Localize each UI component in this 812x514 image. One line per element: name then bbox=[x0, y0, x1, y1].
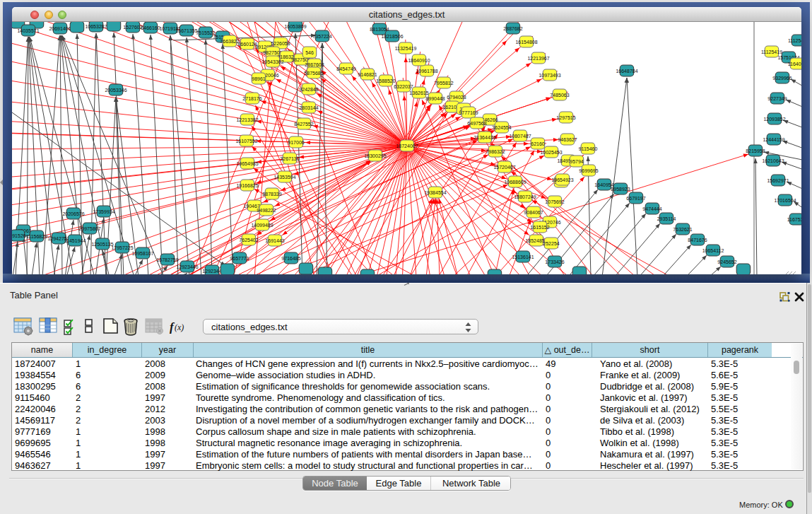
svg-text:8471676: 8471676 bbox=[688, 238, 707, 243]
svg-text:9474444: 9474444 bbox=[642, 206, 661, 211]
svg-text:8454749: 8454749 bbox=[336, 66, 355, 71]
svg-text:9657771: 9657771 bbox=[230, 256, 249, 261]
svg-text:9242848: 9242848 bbox=[299, 87, 318, 92]
svg-text:6322037: 6322037 bbox=[394, 84, 413, 89]
svg-text:1167533: 1167533 bbox=[787, 217, 801, 222]
svg-text:5875685: 5875685 bbox=[304, 71, 323, 76]
svg-text:7357224: 7357224 bbox=[312, 34, 331, 39]
svg-text:8215958: 8215958 bbox=[746, 148, 765, 153]
svg-text:1362615: 1362615 bbox=[409, 90, 428, 95]
svg-text:10688609: 10688609 bbox=[504, 180, 526, 185]
svg-text:12213382: 12213382 bbox=[236, 117, 258, 122]
svg-text:16053809: 16053809 bbox=[284, 24, 306, 29]
svg-text:546: 546 bbox=[305, 50, 314, 55]
svg-text:5226058: 5226058 bbox=[271, 41, 290, 46]
svg-text:10807487: 10807487 bbox=[509, 134, 531, 139]
svg-text:7955812: 7955812 bbox=[434, 81, 453, 86]
svg-text:62160: 62160 bbox=[531, 141, 545, 146]
svg-text:9716485: 9716485 bbox=[281, 256, 300, 261]
svg-text:15720407: 15720407 bbox=[493, 165, 515, 170]
svg-text:12213967: 12213967 bbox=[527, 56, 549, 61]
svg-text:18807249: 18807249 bbox=[514, 194, 536, 199]
svg-text:18218506: 18218506 bbox=[381, 34, 403, 39]
svg-text:10973493: 10973493 bbox=[539, 73, 560, 78]
svg-text:16154808: 16154808 bbox=[515, 40, 537, 45]
svg-text:1527602: 1527602 bbox=[123, 25, 142, 30]
svg-text:3624554: 3624554 bbox=[492, 125, 511, 130]
svg-text:9245652: 9245652 bbox=[717, 259, 736, 264]
svg-text:9498222: 9498222 bbox=[257, 208, 276, 213]
svg-text:9329966: 9329966 bbox=[772, 76, 792, 81]
svg-text:8660124: 8660124 bbox=[237, 42, 257, 47]
svg-text:15136141: 15136141 bbox=[512, 255, 534, 259]
svg-text:10958107: 10958107 bbox=[131, 251, 153, 256]
svg-text:20206576: 20206576 bbox=[62, 211, 84, 216]
svg-text:6679197: 6679197 bbox=[626, 196, 645, 201]
svg-text:2803144: 2803144 bbox=[299, 105, 318, 110]
svg-text:16782759: 16782759 bbox=[156, 257, 178, 262]
svg-text:8813054: 8813054 bbox=[370, 27, 389, 32]
svg-text:98961: 98961 bbox=[252, 76, 266, 81]
svg-text:7632621: 7632621 bbox=[673, 227, 692, 232]
svg-text:12093852: 12093852 bbox=[763, 117, 785, 122]
svg-text:3267130: 3267130 bbox=[280, 156, 299, 161]
svg-text:391526: 391526 bbox=[12, 233, 26, 238]
svg-text:1297515: 1297515 bbox=[556, 115, 575, 120]
svg-text:10653287: 10653287 bbox=[85, 24, 107, 29]
svg-text:16671355: 16671355 bbox=[175, 28, 197, 33]
svg-text:18300295: 18300295 bbox=[364, 153, 386, 158]
svg-text:1164094: 1164094 bbox=[788, 62, 801, 66]
svg-text:1615152: 1615152 bbox=[530, 225, 549, 230]
svg-text:8427552: 8427552 bbox=[294, 122, 313, 127]
svg-text:9699695: 9699695 bbox=[579, 168, 598, 173]
svg-text:20975867: 20975867 bbox=[78, 226, 100, 231]
svg-text:20691406: 20691406 bbox=[49, 26, 71, 31]
svg-text:2718176: 2718176 bbox=[242, 96, 261, 101]
svg-text:6466160: 6466160 bbox=[141, 25, 160, 30]
svg-text:9084067: 9084067 bbox=[524, 210, 543, 215]
svg-text:(x): (x) bbox=[175, 322, 184, 332]
svg-text:1733426: 1733426 bbox=[545, 259, 564, 264]
svg-text:20053346: 20053346 bbox=[105, 88, 126, 93]
svg-text:11125419: 11125419 bbox=[761, 49, 782, 54]
svg-text:2935114: 2935114 bbox=[657, 216, 676, 221]
svg-text:19384554: 19384554 bbox=[424, 190, 446, 195]
svg-text:16107552: 16107552 bbox=[235, 139, 257, 144]
svg-text:917006: 917006 bbox=[288, 140, 304, 145]
svg-text:21364436: 21364436 bbox=[473, 135, 495, 140]
svg-text:7485063: 7485063 bbox=[550, 93, 569, 98]
svg-text:7625402: 7625402 bbox=[239, 238, 258, 243]
svg-text:19654985: 19654985 bbox=[236, 161, 258, 166]
svg-text:11125419: 11125419 bbox=[788, 38, 801, 43]
svg-text:1588520: 1588520 bbox=[376, 78, 395, 83]
svg-text:16210643: 16210643 bbox=[762, 158, 784, 163]
svg-text:6497568: 6497568 bbox=[467, 121, 486, 126]
svg-text:14099489: 14099489 bbox=[251, 223, 273, 228]
svg-text:6794028: 6794028 bbox=[447, 95, 466, 100]
svg-text:1075692: 1075692 bbox=[545, 199, 564, 204]
svg-text:9463627: 9463627 bbox=[558, 137, 577, 142]
svg-text:1691443: 1691443 bbox=[265, 238, 284, 243]
svg-text:19166825: 19166825 bbox=[236, 183, 258, 188]
svg-text:15692971: 15692971 bbox=[767, 178, 789, 183]
svg-text:2887682: 2887682 bbox=[503, 26, 522, 31]
svg-text:12505135: 12505135 bbox=[91, 242, 113, 247]
svg-text:10654112: 10654112 bbox=[702, 248, 724, 253]
svg-text:11451944: 11451944 bbox=[64, 238, 86, 243]
svg-text:17359934: 17359934 bbox=[93, 209, 114, 214]
svg-text:2867608: 2867608 bbox=[305, 62, 324, 67]
svg-text:12923446: 12923446 bbox=[176, 264, 198, 269]
svg-text:9115460: 9115460 bbox=[579, 146, 598, 151]
svg-text:9227349: 9227349 bbox=[767, 96, 787, 101]
svg-text:1292344: 1292344 bbox=[202, 269, 221, 274]
svg-text:11325419: 11325419 bbox=[395, 46, 417, 51]
svg-text:10025453: 10025453 bbox=[540, 150, 562, 155]
svg-text:8878339: 8878339 bbox=[262, 192, 281, 197]
svg-text:18724007: 18724007 bbox=[396, 144, 418, 148]
svg-text:19654923: 19654923 bbox=[551, 177, 573, 182]
svg-text:14353594: 14353594 bbox=[273, 175, 295, 180]
svg-text:9146821: 9146821 bbox=[358, 72, 377, 77]
svg-text:10543362: 10543362 bbox=[261, 59, 283, 64]
svg-text:95794: 95794 bbox=[570, 159, 584, 164]
svg-text:7663822: 7663822 bbox=[220, 39, 239, 44]
